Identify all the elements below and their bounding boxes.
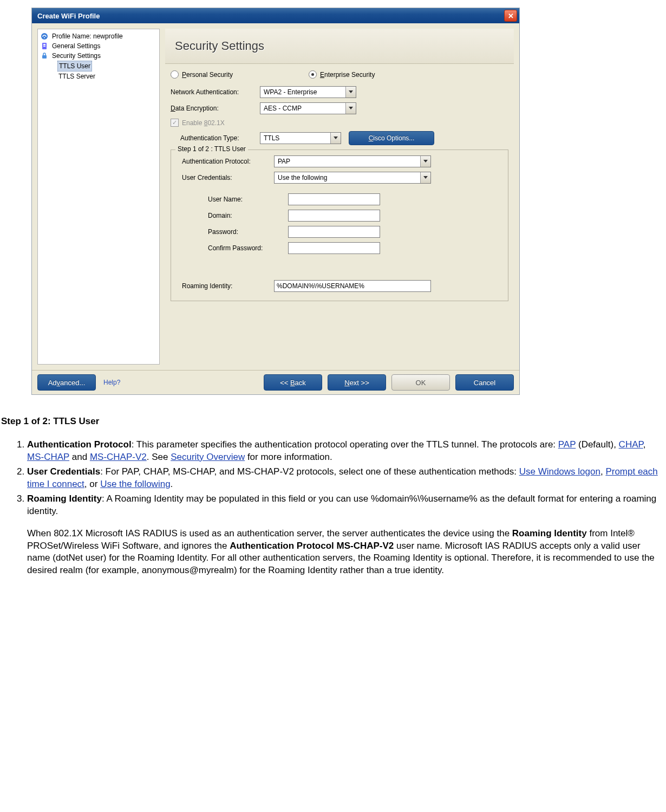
svg-point-1 — [44, 37, 45, 38]
doc-item-roaming-identity: Roaming Identity: A Roaming Identity may… — [27, 493, 662, 577]
chevron-down-icon — [345, 87, 356, 98]
combo-user-credentials[interactable]: Use the following — [274, 172, 431, 184]
radio-personal[interactable]: PPersonal Securityersonal Security — [171, 70, 309, 79]
doc-item-user-credentials: User Credentials: For PAP, CHAP, MS-CHAP… — [27, 466, 662, 491]
step-fieldset: Step 1 of 2 : TTLS User Authentication P… — [171, 150, 508, 301]
combo-auth-type[interactable]: TTLS — [260, 132, 341, 144]
fieldset-legend: Step 1 of 2 : TTLS User — [175, 145, 248, 153]
button-label: Next >>Next >> — [344, 379, 369, 387]
panel-title: Security Settings — [175, 39, 264, 53]
tree-label: TTLS Server — [57, 72, 96, 81]
doc-item-auth-protocol: Authentication Protocol: This parameter … — [27, 439, 662, 464]
button-label: << Back<< Back — [280, 379, 306, 387]
svg-rect-5 — [42, 55, 47, 59]
input-confirm-password[interactable] — [288, 242, 380, 254]
panel-header: Security Settings — [165, 29, 514, 64]
button-label: Advanced...Advanced... — [48, 379, 86, 387]
label-roaming-identity: Roaming Identity: — [175, 282, 274, 290]
label-user-credentials: User Credentials: — [175, 174, 274, 181]
link-mschap[interactable]: MS-CHAP — [27, 452, 69, 462]
link-security-overview[interactable]: Security Overview — [171, 452, 245, 462]
window-title: Create WiFi Profile — [37, 12, 100, 20]
settings-icon — [40, 42, 49, 50]
tree-label: Profile Name: newprofile — [51, 31, 124, 41]
titlebar: Create WiFi Profile ✕ — [32, 8, 519, 23]
svg-rect-3 — [43, 44, 45, 45]
cisco-options-button[interactable]: Cisco Options...Cisco Options... — [349, 131, 434, 145]
combo-value: Use the following — [278, 174, 327, 181]
close-icon: ✕ — [508, 12, 514, 20]
label-network-auth: Network Authentication: — [171, 88, 260, 96]
radio-icon — [309, 70, 317, 79]
input-roaming-identity[interactable] — [274, 280, 431, 292]
label-domain: Domain: — [175, 212, 288, 219]
tree-item-ttls-user[interactable]: TTLS User — [39, 61, 158, 72]
combo-auth-protocol[interactable]: PAP — [274, 155, 431, 167]
button-label: Cancel — [474, 379, 495, 387]
label-confirm-password: Confirm Password: — [175, 244, 288, 252]
main-panel: Security Settings PPersonal Securityerso… — [165, 29, 514, 365]
tree-label: General Settings — [51, 41, 101, 51]
svg-point-0 — [41, 33, 48, 40]
lock-icon — [40, 51, 49, 60]
chevron-down-icon — [345, 103, 356, 114]
tree-item-general[interactable]: General Settings — [39, 41, 158, 51]
input-domain[interactable] — [288, 210, 380, 222]
doc-heading: Step 1 of 2: TTLS User — [1, 415, 662, 428]
dialog-footer: Advanced...Advanced... Help? << Back<< B… — [32, 370, 519, 394]
tree-label: TTLS User — [57, 61, 92, 72]
checkbox-icon: ✓ — [171, 119, 179, 127]
next-button[interactable]: Next >>Next >> — [328, 374, 386, 391]
doc-body: Step 1 of 2: TTLS User Authentication Pr… — [0, 402, 666, 577]
combo-value: AES - CCMP — [264, 105, 302, 112]
input-password[interactable] — [288, 226, 380, 238]
radio-label: PPersonal Securityersonal Security — [182, 71, 233, 79]
svg-rect-4 — [43, 46, 45, 47]
link-mschapv2[interactable]: MS-CHAP-V2 — [90, 452, 147, 462]
radio-enterprise[interactable]: Enterprise SecurityEnterprise Security — [309, 70, 447, 79]
combo-value: PAP — [278, 158, 290, 165]
label-password: Password: — [175, 228, 288, 236]
tree-item-security[interactable]: Security Settings — [39, 51, 158, 61]
checkbox-label: Enable 802.1XEnable 802.1X — [182, 119, 225, 127]
combo-network-auth[interactable]: WPA2 - Enterprise — [260, 86, 356, 98]
tree-item-ttls-server[interactable]: TTLS Server — [39, 72, 158, 81]
label-username: User Name: — [175, 196, 288, 203]
tree-label: Security Settings — [51, 51, 102, 61]
button-label: Cisco Options...Cisco Options... — [369, 134, 415, 142]
label-auth-protocol: Authentication Protocol: — [175, 158, 274, 165]
radio-label: Enterprise SecurityEnterprise Security — [320, 71, 375, 79]
label-data-encryption: Data Encryption:Data Encryption: — [171, 105, 260, 112]
combo-value: TTLS — [264, 134, 279, 142]
link-chap[interactable]: CHAP — [619, 439, 643, 450]
help-link[interactable]: Help? — [103, 379, 120, 386]
link-pap[interactable]: PAP — [558, 439, 576, 450]
sidebar-tree: Profile Name: newprofile General Setting… — [37, 29, 160, 365]
button-label: OK — [416, 379, 426, 387]
chevron-down-icon — [420, 172, 430, 183]
advanced-button[interactable]: Advanced...Advanced... — [37, 374, 96, 391]
chevron-down-icon — [330, 133, 341, 144]
label-auth-type: Authentication Type: — [180, 134, 260, 142]
link-windows-logon[interactable]: Use Windows logon — [519, 466, 600, 477]
combo-value: WPA2 - Enterprise — [264, 88, 317, 96]
chevron-down-icon — [420, 156, 430, 167]
close-button[interactable]: ✕ — [504, 10, 517, 22]
back-button[interactable]: << Back<< Back — [264, 374, 322, 391]
combo-data-encryption[interactable]: AES - CCMP — [260, 102, 356, 114]
radio-icon — [171, 70, 179, 79]
tree-item-profile[interactable]: Profile Name: newprofile — [39, 31, 158, 41]
link-use-following[interactable]: Use the following — [100, 479, 170, 489]
dialog-window: Create WiFi Profile ✕ Profile Name: newp… — [31, 8, 520, 395]
wifi-icon — [40, 32, 49, 41]
cancel-button[interactable]: Cancel — [455, 374, 514, 391]
input-username[interactable] — [288, 193, 380, 205]
checkbox-enable-8021x: ✓ Enable 802.1XEnable 802.1X — [171, 119, 508, 127]
ok-button[interactable]: OK — [391, 374, 450, 391]
